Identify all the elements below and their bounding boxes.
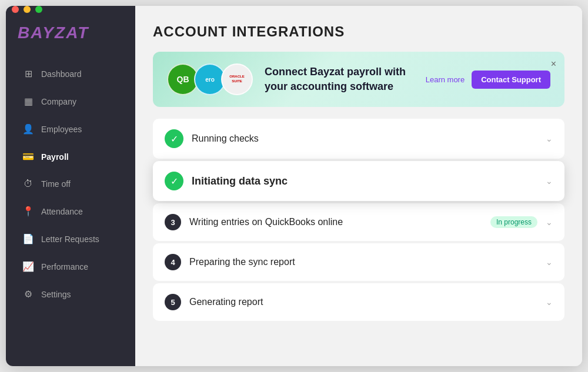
company-icon: ▦ [22,96,34,107]
sidebar-item-label: Payroll [41,152,69,162]
chevron-down-icon: ⌄ [546,217,553,227]
contact-support-button[interactable]: Contact Support [472,71,550,89]
promo-logos: QB ero ORACLESUITE [167,63,253,95]
oracle-logo: ORACLESUITE [221,63,253,95]
chevron-down-icon: ⌄ [546,297,553,307]
check-icon: ✓ [165,129,183,148]
sidebar-item-label: Settings [41,290,71,299]
sidebar-item-label: Company [41,97,76,106]
close-banner-button[interactable]: × [551,59,556,69]
logo-text: BAYZAT [18,24,89,42]
sidebar-item-attendance[interactable]: 📍 Attendance [11,198,131,224]
step-generating-report[interactable]: 5 Generating report ⌄ [153,283,564,321]
chevron-down-icon: ⌄ [546,257,553,267]
logo: BAYZAT [6,18,135,60]
sidebar-item-payroll[interactable]: 💳 Payroll [11,143,131,170]
sidebar-item-settings[interactable]: ⚙ Settings [11,281,131,307]
attendance-icon: 📍 [22,206,34,217]
in-progress-badge: In progress [490,216,537,228]
dashboard-icon: ⊞ [22,68,34,79]
sidebar: BAYZAT ⊞ Dashboard ▦ Company 👤 Employees… [6,6,135,366]
sidebar-item-timeoff[interactable]: ⏱ Time off [11,171,131,197]
promo-actions: Learn more Contact Support [426,71,550,89]
step-label: Preparing the sync report [189,257,537,267]
step-preparing-report[interactable]: 4 Preparing the sync report ⌄ [153,243,564,281]
window-dot-yellow[interactable] [24,6,31,13]
step-number: 3 [165,214,181,230]
step-writing-entries[interactable]: 3 Writing entries on QuickBooks online I… [153,203,564,241]
step-number: 4 [165,254,181,270]
employees-icon: 👤 [22,123,34,135]
sidebar-item-dashboard[interactable]: ⊞ Dashboard [11,61,131,87]
steps-container: ✓ Running checks ⌄ ✓ Initiating data syn… [153,119,564,321]
window-dot-green[interactable] [35,6,42,13]
step-label: Writing entries on QuickBooks online [189,217,482,227]
letter-requests-icon: 📄 [22,233,34,244]
learn-more-link[interactable]: Learn more [426,75,465,84]
sidebar-item-label: Letter Requests [41,234,99,244]
step-number: 5 [165,294,181,310]
payroll-icon: 💳 [22,151,34,162]
promo-banner: QB ero ORACLESUITE Connect Bayzat payrol… [153,52,564,107]
timeoff-icon: ⏱ [22,179,34,189]
sidebar-item-label: Dashboard [41,69,82,79]
sidebar-item-performance[interactable]: 📈 Performance [11,253,131,280]
sidebar-item-label: Employees [41,125,82,134]
sidebar-item-label: Time off [41,179,71,189]
chevron-down-icon: ⌄ [546,176,553,186]
promo-text: Connect Bayzat payroll withyour accounti… [265,65,414,94]
step-initiating-sync[interactable]: ✓ Initiating data sync ⌄ [153,161,564,201]
sidebar-item-label: Performance [41,262,88,272]
chevron-down-icon: ⌄ [546,134,553,143]
sidebar-item-employees[interactable]: 👤 Employees [11,116,131,142]
step-label: Generating report [189,297,537,307]
sidebar-item-company[interactable]: ▦ Company [11,88,131,115]
step-running-checks[interactable]: ✓ Running checks ⌄ [153,119,564,159]
check-icon: ✓ [165,172,183,190]
promo-title: Connect Bayzat payroll withyour accounti… [265,65,414,94]
main-content: ACCOUNT INTEGRATIONS QB ero ORACLESUITE … [135,6,582,366]
settings-icon: ⚙ [22,289,34,300]
page-title: ACCOUNT INTEGRATIONS [153,24,564,40]
step-label: Running checks [192,133,537,144]
window-dot-red[interactable] [12,6,19,13]
step-label: Initiating data sync [192,175,537,187]
sidebar-item-letter-requests[interactable]: 📄 Letter Requests [11,226,131,252]
sidebar-item-label: Attendance [41,207,83,216]
performance-icon: 📈 [22,261,34,272]
